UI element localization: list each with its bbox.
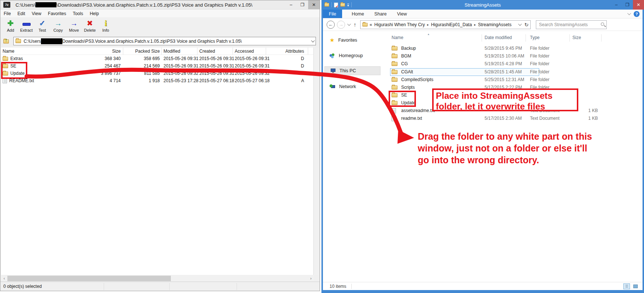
red-highlight-box-7zip-se-update bbox=[1, 62, 27, 79]
title-path-prefix: C:\Users\ bbox=[16, 2, 35, 8]
vertical-scrollbar[interactable] bbox=[313, 48, 319, 275]
thumbnail-view-button[interactable] bbox=[632, 283, 639, 289]
search-box[interactable] bbox=[536, 20, 607, 29]
horizontal-scrollbar[interactable]: ‹ › bbox=[1, 275, 314, 282]
column-header-packed-size[interactable]: Packed Size bbox=[124, 48, 160, 55]
7zip-title-bar[interactable]: 7z C:\Users\\Downloads\PS3.Voice.and.Gra… bbox=[0, 0, 320, 10]
7zip-window: 7z C:\Users\\Downloads\PS3.Voice.and.Gra… bbox=[0, 0, 320, 291]
copy-label: Copy bbox=[50, 28, 66, 32]
breadcrumb-item-2[interactable]: HigurashiEp01_Data bbox=[431, 22, 472, 27]
details-view-button[interactable]: ☰ bbox=[623, 283, 630, 289]
table-row[interactable]: BGM 5/19/2015 10:06 AM File folder bbox=[392, 53, 635, 60]
7zip-window-title: C:\Users\\Downloads\PS3.Voice.and.Graphi… bbox=[16, 2, 252, 8]
file-attributes: D bbox=[268, 62, 304, 70]
file-size: 4 714 bbox=[85, 77, 121, 84]
delete-label: Delete bbox=[82, 28, 98, 32]
file-created: 2015-05-26 09:31 bbox=[199, 55, 234, 62]
column-header-created[interactable]: Created bbox=[199, 48, 234, 55]
move-button[interactable]: → Move bbox=[66, 19, 82, 32]
chevron-down-icon bbox=[311, 39, 314, 42]
sidebar-item-network[interactable]: Network bbox=[324, 82, 380, 91]
close-button[interactable]: ✕ bbox=[308, 0, 320, 9]
sidebar-item-homegroup[interactable]: Homegroup bbox=[324, 51, 380, 60]
menu-view[interactable]: View bbox=[28, 11, 45, 16]
info-button[interactable]: i Info bbox=[98, 19, 114, 32]
refresh-icon[interactable]: ↻ bbox=[524, 22, 529, 28]
column-header-accessed[interactable]: Accessed bbox=[235, 48, 269, 55]
sidebar-item-label: Homegroup bbox=[339, 53, 363, 58]
file-attributes: A bbox=[268, 77, 304, 84]
breadcrumb-item-3[interactable]: StreamingAssets bbox=[478, 22, 512, 27]
address-dropdown-icon[interactable] bbox=[518, 22, 521, 26]
search-input[interactable] bbox=[536, 21, 606, 29]
file-created: 2015-05-26 09:31 bbox=[199, 70, 234, 77]
file-name: Scripts bbox=[401, 84, 415, 91]
selection-status: 0 object(s) selected bbox=[3, 284, 42, 289]
extract-button[interactable]: Extract bbox=[18, 19, 34, 32]
column-header-size[interactable]: Size bbox=[85, 48, 121, 55]
redacted-username bbox=[35, 2, 56, 7]
file-date: 5/19/2015 4:28 PM bbox=[485, 60, 522, 67]
address-combobox[interactable]: C:\UsersDownloads\PS3.Voice.and.Graphics… bbox=[13, 37, 316, 45]
copy-button[interactable]: → Copy bbox=[50, 19, 66, 32]
table-row[interactable]: Extras 368 340 358 695 2015-05-26 09:31 … bbox=[1, 55, 314, 62]
maximize-button[interactable]: ❐ bbox=[622, 0, 633, 10]
delete-button[interactable]: ✖ Delete bbox=[82, 19, 98, 32]
sidebar-item-this-pc[interactable]: This PC bbox=[324, 66, 380, 75]
scrollbar-thumb[interactable] bbox=[7, 276, 171, 281]
tab-file[interactable]: File bbox=[323, 10, 342, 18]
sidebar-item-favorites[interactable]: ★ Favorites bbox=[324, 36, 380, 45]
table-row[interactable]: CG 5/19/2015 4:28 PM File folder bbox=[392, 60, 635, 67]
back-button[interactable]: ← bbox=[327, 21, 335, 29]
menu-tools[interactable]: Tools bbox=[69, 11, 86, 16]
breadcrumb-item-1[interactable]: Higurashi When They Cry bbox=[372, 22, 425, 27]
scroll-right-arrow[interactable]: › bbox=[308, 276, 314, 280]
text-file-icon bbox=[392, 108, 396, 114]
column-header-type[interactable]: Type bbox=[530, 35, 540, 42]
menu-help[interactable]: Help bbox=[86, 11, 102, 16]
table-row[interactable]: CompiledScripts 5/25/2015 12:31 AM File … bbox=[392, 76, 635, 83]
column-header-size[interactable]: Size bbox=[572, 35, 581, 42]
column-header-name[interactable]: Name bbox=[392, 35, 403, 42]
expand-ribbon-icon[interactable] bbox=[627, 11, 631, 15]
table-row[interactable]: Update 3 896 737 811 585 2015-05-26 09:3… bbox=[1, 70, 314, 77]
table-row[interactable]: readme.txt 5/17/2015 2:30 AM Text Docume… bbox=[392, 115, 635, 122]
tab-view[interactable]: View bbox=[392, 10, 412, 18]
address-dropdown-button[interactable] bbox=[309, 37, 316, 45]
maximize-button[interactable]: ❐ bbox=[297, 0, 308, 9]
up-arrow-icon: ↑ bbox=[5, 37, 7, 43]
minimize-button[interactable]: – bbox=[285, 0, 297, 9]
tab-home[interactable]: Home bbox=[347, 10, 369, 18]
breadcrumb[interactable]: « Higurashi When They Cry ▸ HigurashiEp0… bbox=[360, 20, 531, 29]
column-header-attributes[interactable]: Attributes bbox=[268, 48, 304, 55]
tab-share[interactable]: Share bbox=[369, 10, 392, 18]
folder-icon bbox=[392, 46, 397, 50]
table-row[interactable]: SE 254 467 214 569 2015-05-26 09:31 2015… bbox=[1, 62, 314, 70]
explorer-title-bar[interactable]: ▾ StreamingAssets – ❐ ✕ bbox=[321, 0, 644, 10]
menu-favorites[interactable]: Favorites bbox=[45, 11, 69, 16]
minimize-button[interactable]: – bbox=[611, 0, 622, 10]
table-row[interactable]: Backup 5/28/2015 9:45 PM File folder bbox=[392, 45, 635, 52]
file-created: 2015-05-27 06:18 bbox=[199, 77, 234, 84]
up-button[interactable]: ↑ bbox=[352, 21, 358, 28]
menu-edit[interactable]: Edit bbox=[14, 11, 28, 16]
table-row[interactable]: CGAlt 5/28/2015 1:45 AM File folder bbox=[392, 69, 635, 76]
close-button[interactable]: ✕ bbox=[633, 0, 644, 10]
recent-locations-dropdown-icon[interactable] bbox=[347, 22, 351, 26]
table-row[interactable]: README.txt 4 714 1 918 2015-05-23 17:28 … bbox=[1, 77, 314, 84]
file-created: 2015-05-26 09:31 bbox=[199, 62, 234, 70]
menu-file[interactable]: File bbox=[0, 11, 14, 16]
help-icon[interactable]: ? bbox=[634, 11, 640, 17]
file-type: File folder bbox=[530, 60, 550, 67]
file-date: 5/28/2015 9:45 PM bbox=[485, 45, 522, 52]
column-header-modified[interactable]: Modified bbox=[163, 48, 199, 55]
forward-button[interactable]: → bbox=[337, 21, 345, 29]
folder-icon bbox=[3, 57, 8, 61]
scroll-left-arrow[interactable]: ‹ bbox=[1, 276, 7, 280]
root-folder-button[interactable]: ↑ bbox=[3, 38, 10, 44]
add-button[interactable]: ✚ Add bbox=[3, 19, 18, 32]
column-header-name[interactable]: Name bbox=[3, 48, 84, 55]
test-button[interactable]: ✓ Test bbox=[34, 19, 50, 32]
column-header-date-modified[interactable]: Date modified bbox=[485, 35, 512, 42]
search-icon bbox=[601, 22, 604, 26]
